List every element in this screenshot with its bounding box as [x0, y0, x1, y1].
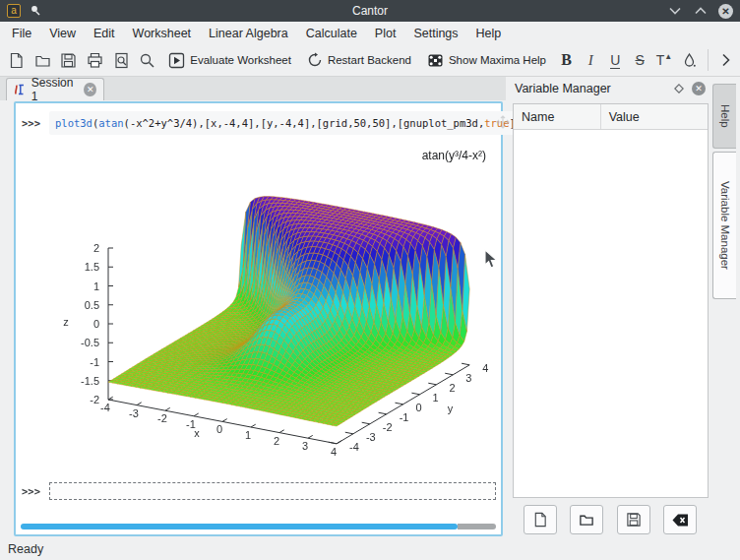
tab-session-1[interactable]: Session 1 ✕	[6, 78, 104, 100]
italic-button[interactable]: I	[581, 52, 601, 69]
new-variables-button[interactable]	[524, 505, 557, 534]
restart-backend-button[interactable]: Restart Backend	[301, 48, 417, 73]
status-text: Ready	[8, 542, 43, 556]
menu-item-calculate[interactable]: Calculate	[297, 24, 366, 43]
clear-variables-button[interactable]	[663, 505, 697, 534]
menu-item-linear-algebra[interactable]: Linear Algebra	[200, 24, 297, 43]
restart-backend-label: Restart Backend	[328, 54, 411, 66]
mouse-cursor	[484, 249, 498, 270]
app-icon: a	[7, 4, 21, 18]
close-button[interactable]: ✕	[718, 4, 733, 19]
evaluate-worksheet-button[interactable]: Evaluate Worksheet	[162, 48, 297, 73]
superscript-button[interactable]: T▲	[654, 52, 675, 68]
side-tab-variable-manager[interactable]: Variable Manager	[712, 152, 736, 299]
menu-item-plot[interactable]: Plot	[366, 24, 405, 43]
menu-item-view[interactable]: View	[40, 24, 85, 43]
restart-icon	[307, 52, 323, 68]
save-button[interactable]	[57, 48, 80, 73]
maximize-button[interactable]	[693, 3, 709, 19]
prompt: >>>	[22, 117, 49, 129]
maxima-help-icon	[427, 52, 444, 69]
new-command-input[interactable]	[49, 482, 496, 500]
show-maxima-help-button[interactable]: Show Maxima Help	[421, 48, 552, 73]
underline-button[interactable]: U	[605, 52, 626, 68]
worksheet[interactable]: >>> plot3d(atan(-x^2+y^3/4),[x,-4,4],[y,…	[14, 101, 503, 536]
save-variables-button[interactable]	[617, 505, 650, 534]
command-entry-row: >>> plot3d(atan(-x^2+y^3/4),[x,-4,4],[y,…	[22, 110, 496, 135]
session-tabbar: Session 1 ✕	[0, 77, 506, 100]
column-header-name[interactable]: Name	[514, 104, 601, 129]
plot3d-canvas	[24, 139, 504, 481]
minimize-button[interactable]	[667, 3, 683, 19]
menubar: FileViewEditWorksheetLinear AlgebraCalcu…	[0, 22, 740, 44]
command-code: plot3d(atan(-x^2+y^3/4),[x,-4,4],[y,-4,4…	[55, 117, 527, 129]
print-preview-button[interactable]	[110, 48, 133, 73]
variables-table-header: Name Value	[514, 104, 708, 130]
move-icon[interactable]	[496, 115, 510, 129]
statusbar: Ready	[0, 538, 740, 560]
find-button[interactable]	[137, 48, 159, 73]
cantor-window: a Cantor ✕ FileViewEditWorksheetLinear A…	[0, 0, 740, 560]
plot3d-output: atan(y³/4-x²)	[24, 139, 504, 481]
bold-button[interactable]: B	[556, 51, 577, 69]
toolbar-separator	[708, 49, 709, 71]
scrollbar-track[interactable]	[458, 524, 496, 529]
toolbar: Evaluate Worksheet Restart Backend Show …	[0, 44, 740, 77]
text-color-button[interactable]	[678, 48, 701, 73]
column-header-value[interactable]: Value	[601, 104, 640, 129]
pin-icon[interactable]	[30, 5, 41, 17]
code-segment: plot3d	[55, 117, 92, 129]
toolbar-overflow-button[interactable]	[715, 48, 735, 73]
command-input[interactable]: plot3d(atan(-x^2+y^3/4),[x,-4,4],[y,-4,4…	[49, 111, 533, 135]
empty-entry-row: >>>	[22, 480, 496, 502]
variables-table: Name Value	[513, 103, 709, 498]
plot-title: atan(y³/4-x²)	[422, 149, 486, 162]
scrollbar-handle[interactable]	[21, 524, 458, 529]
menu-item-edit[interactable]: Edit	[85, 24, 124, 43]
menu-item-file[interactable]: File	[3, 24, 40, 43]
variable-manager-header: Variable Manager ✕	[510, 77, 710, 100]
variable-manager-title: Variable Manager	[515, 82, 611, 95]
side-tab-help[interactable]: Help	[712, 84, 736, 149]
titlebar: a Cantor ✕	[0, 0, 740, 22]
evaluate-icon	[168, 52, 185, 69]
open-file-button[interactable]	[31, 48, 54, 73]
maxima-icon	[14, 84, 26, 96]
session-tab-label: Session 1	[31, 76, 79, 103]
code-segment: atan	[98, 117, 123, 129]
load-variables-button[interactable]	[570, 505, 603, 534]
variable-manager-buttons	[510, 505, 710, 534]
variable-manager-panel: Variable Manager ✕ Name Value	[510, 77, 710, 538]
strikethrough-button[interactable]: S	[630, 52, 650, 68]
print-button[interactable]	[84, 48, 106, 73]
menu-item-worksheet[interactable]: Worksheet	[124, 24, 201, 43]
window-title: Cantor	[125, 4, 615, 18]
show-maxima-help-label: Show Maxima Help	[449, 54, 546, 66]
code-segment: (-x^2+y^3/4),[x,-4,4],[y,-4,4],[grid,50,…	[124, 117, 485, 129]
tab-close-icon[interactable]: ✕	[84, 83, 96, 96]
panel-close-icon[interactable]: ✕	[692, 82, 706, 95]
new-document-button[interactable]	[5, 48, 28, 73]
evaluate-worksheet-label: Evaluate Worksheet	[190, 54, 291, 66]
prompt: >>>	[22, 485, 49, 497]
horizontal-scrollbar[interactable]	[21, 524, 496, 529]
menu-item-help[interactable]: Help	[467, 24, 511, 43]
float-panel-icon[interactable]	[674, 84, 684, 93]
menu-item-settings[interactable]: Settings	[404, 24, 466, 43]
